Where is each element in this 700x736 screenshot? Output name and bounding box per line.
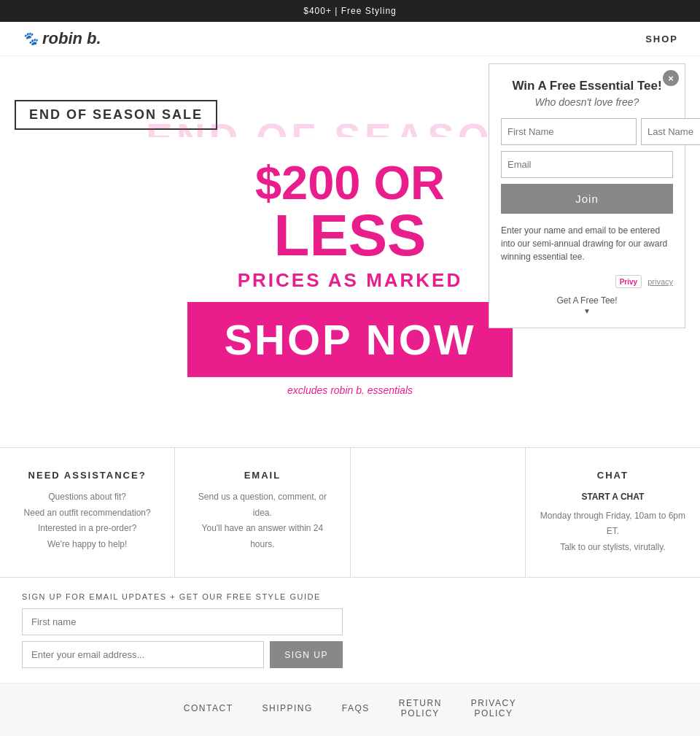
chevron-down-icon: ▼ <box>583 307 591 315</box>
footer-copyright: © 2018 robin b., Inc. <box>0 733 700 736</box>
signup-first-name-input[interactable] <box>22 608 343 635</box>
email-signup-section: SIGN UP FOR EMAIL UPDATES + GET OUR FREE… <box>0 578 700 683</box>
assistance-text-4: START A CHAT Monday through Friday, 10am… <box>540 489 685 555</box>
footer-link-return-policy[interactable]: RETURNPOLICY <box>399 698 442 718</box>
first-name-input[interactable] <box>501 118 637 145</box>
sale-area: END OF SEASON SA END OF SEASON SALE $200… <box>0 56 700 447</box>
popup-powered-row: Privy privacy <box>501 275 673 288</box>
assistance-col-1: NEED ASSISTANCE? Questions about fit? Ne… <box>0 448 175 577</box>
popup-subtitle: Who doesn't love free? <box>501 96 673 108</box>
email-signup-form: SIGN UP <box>22 608 343 668</box>
signup-email-input[interactable] <box>22 641 264 668</box>
close-icon[interactable]: × <box>663 70 679 86</box>
assistance-col-4: CHAT START A CHAT Monday through Friday,… <box>526 448 700 577</box>
shop-now-text: SHOP NOW <box>224 316 475 363</box>
privy-logo: Privy <box>615 275 642 288</box>
popup-title: Win A Free Essential Tee! <box>501 79 673 93</box>
nav-shop[interactable]: SHOP <box>645 34 678 44</box>
assistance-title-1: NEED ASSISTANCE? <box>15 470 160 481</box>
join-button[interactable]: Join <box>501 184 673 214</box>
popup-body-text: Enter your name and email to be entered … <box>501 224 673 263</box>
assistance-text-1: Questions about fit? Need an outfit reco… <box>15 489 160 552</box>
sale-header-label: END OF SEASON SALE <box>29 107 203 122</box>
footer-link-faqs[interactable]: FAQS <box>342 703 370 713</box>
logo[interactable]: 🐾 robin b. <box>22 29 101 48</box>
assistance-title-4: CHAT <box>540 470 685 481</box>
email-signup-label: SIGN UP FOR EMAIL UPDATES + GET OUR FREE… <box>22 592 678 601</box>
footer-link-privacy-policy[interactable]: PRIVACYPOLICY <box>471 698 516 718</box>
privacy-link[interactable]: privacy <box>648 277 673 286</box>
email-input[interactable] <box>501 151 673 178</box>
assistance-text-2: Send us a question, comment, or idea. Yo… <box>190 489 335 552</box>
footer-links: CONTACT SHIPPING FAQS RETURNPOLICY PRIVA… <box>0 683 700 733</box>
sale-excludes: excludes robin b. essentials <box>15 384 685 396</box>
assistance-col-2: EMAIL Send us a question, comment, or id… <box>175 448 350 577</box>
top-banner: $400+ | Free Styling <box>0 0 700 22</box>
popup-modal: × Win A Free Essential Tee! Who doesn't … <box>489 63 685 328</box>
logo-text: robin b. <box>42 29 101 48</box>
popup-tab-text: Get A Free Tee! <box>556 295 617 306</box>
signup-button[interactable]: SIGN UP <box>270 641 343 668</box>
shop-now-box[interactable]: SHOP NOW <box>187 302 512 377</box>
logo-icon: 🐾 <box>22 31 38 47</box>
assistance-section: NEED ASSISTANCE? Questions about fit? Ne… <box>0 447 700 578</box>
top-banner-text: $400+ | Free Styling <box>303 6 397 16</box>
email-signup-row2: SIGN UP <box>22 641 343 668</box>
sale-header-box: END OF SEASON SALE <box>15 100 217 130</box>
assistance-col-3 <box>351 448 526 577</box>
get-free-tee-tab[interactable]: Get A Free Tee! ▼ <box>501 295 673 316</box>
popup-name-row <box>501 118 673 145</box>
assistance-title-2: EMAIL <box>190 470 335 481</box>
header: 🐾 robin b. SHOP <box>0 22 700 56</box>
footer-link-shipping[interactable]: SHIPPING <box>262 703 312 713</box>
last-name-input[interactable] <box>641 118 700 145</box>
footer-link-contact[interactable]: CONTACT <box>184 703 233 713</box>
